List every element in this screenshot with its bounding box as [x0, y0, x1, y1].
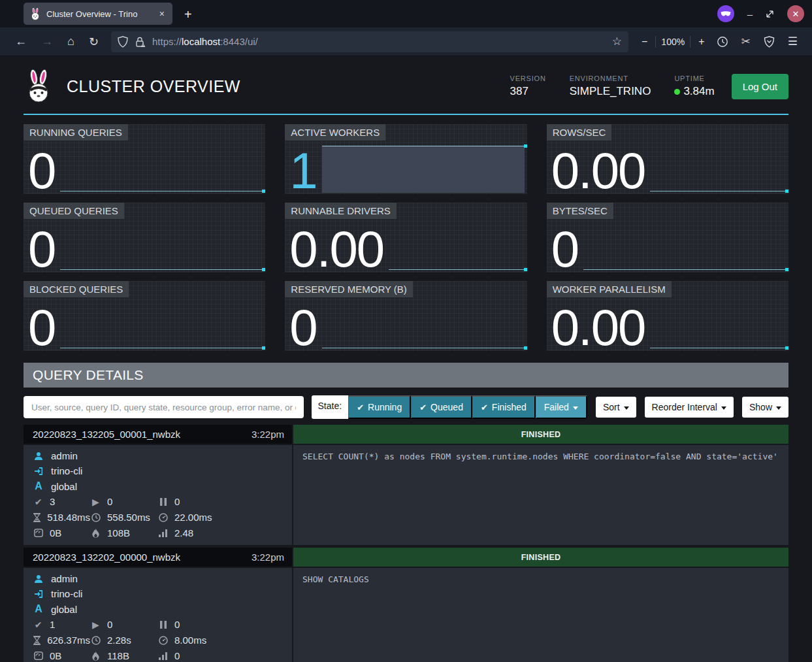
parallelism-chart-icon	[157, 652, 169, 660]
tab-close-icon[interactable]: ×	[157, 8, 167, 19]
query-search-input[interactable]	[24, 396, 304, 418]
screenshot-scissors-icon[interactable]: ✂	[735, 35, 757, 48]
url-text[interactable]: https://localhost:8443/ui/	[152, 36, 612, 47]
zoom-in-button[interactable]: +	[693, 36, 709, 48]
query-status-badge: FINISHED	[293, 548, 788, 567]
query-info-panel: admin trino-cli Aglobal ✔1 ▶0 0 626.37ms…	[24, 568, 292, 662]
source-signin-icon	[33, 589, 44, 599]
query-row: 20220823_132202_00000_nwbzk 3:22pm FINIS…	[24, 548, 788, 662]
lock-warning-icon[interactable]	[135, 36, 146, 48]
stat-card-label: RUNNABLE DRIVERS	[285, 203, 397, 219]
stat-card-worker-parallelism: WORKER PARALLELISM 0.00	[547, 281, 788, 351]
query-source: trino-cli	[51, 588, 82, 599]
query-filter-toolbar: State: ✔Running ✔Queued ✔Finished Failed…	[24, 395, 788, 419]
cpu-time-clock-icon	[90, 636, 101, 645]
completed-splits-check-icon: ✔	[33, 497, 44, 507]
chevron-down-icon	[721, 406, 726, 410]
cluster-header: CLUSTER OVERVIEW VERSION 387 ENVIRONMENT…	[24, 56, 788, 115]
query-time: 3:22pm	[252, 429, 284, 440]
back-icon[interactable]: ←	[8, 35, 34, 48]
forward-icon[interactable]: →	[34, 35, 60, 48]
chevron-down-icon	[776, 406, 781, 410]
logout-button[interactable]: Log Out	[732, 74, 788, 99]
query-status-badge: FINISHED	[293, 425, 788, 444]
query-row: 20220823_132205_00001_nwbzk 3:22pm FINIS…	[24, 425, 788, 545]
tab-title: Cluster Overview - Trino	[46, 9, 157, 19]
sparkline-chart	[322, 146, 527, 193]
browser-titlebar: Cluster Overview - Trino × + – ✕	[0, 0, 812, 27]
uptime-status-dot	[674, 89, 680, 95]
current-memory-scale-icon	[33, 529, 44, 537]
stat-card-runnable-drivers: RUNNABLE DRIVERS 0.00	[285, 203, 527, 273]
wall-time-hourglass-icon	[33, 513, 41, 522]
home-icon[interactable]: ⌂	[60, 35, 82, 48]
chevron-down-icon	[624, 406, 629, 410]
bookmark-star-icon[interactable]: ☆	[612, 35, 622, 48]
query-sql-text: SELECT COUNT(*) as nodes FROM system.run…	[293, 445, 788, 545]
query-user: admin	[51, 450, 78, 461]
browser-tab[interactable]: Cluster Overview - Trino ×	[24, 3, 172, 25]
source-signin-icon	[33, 467, 44, 476]
completed-splits-check-icon: ✔	[33, 620, 44, 630]
query-id-link[interactable]: 20220823_132202_00000_nwbzk	[33, 552, 252, 563]
query-id-link[interactable]: 20220823_132205_00001_nwbzk	[33, 429, 252, 440]
state-filter-running[interactable]: ✔Running	[348, 395, 411, 419]
state-filter-queued[interactable]: ✔Queued	[411, 395, 472, 419]
toolbar-divider	[655, 36, 656, 48]
check-icon: ✔	[357, 403, 364, 412]
page-title: CLUSTER OVERVIEW	[67, 77, 240, 96]
pocket-shield-icon[interactable]	[757, 36, 781, 48]
browser-toolbar: ← → ⌂ ↻ https://localhost:8443/ui/ ☆ − 1…	[0, 27, 812, 56]
parallelism-chart-icon	[157, 529, 169, 537]
state-filter-finished[interactable]: ✔Finished	[472, 395, 536, 419]
menu-hamburger-icon[interactable]: ☰	[781, 35, 804, 48]
stat-card-queued-queries: QUEUED QUERIES 0	[24, 203, 265, 273]
show-dropdown[interactable]: Show	[742, 397, 788, 418]
wall-time-hourglass-icon	[33, 636, 41, 645]
new-tab-button[interactable]: +	[184, 7, 192, 22]
stat-card-label: BYTES/SEC	[547, 203, 613, 219]
zoom-level[interactable]: 100%	[658, 37, 687, 47]
user-icon	[33, 574, 44, 584]
stat-card-value: 0	[28, 149, 55, 193]
stat-card-blocked-queries: BLOCKED QUERIES 0	[24, 281, 265, 351]
stat-cards: RUNNING QUERIES 0 ACTIVE WORKERS 1 ROWS/…	[24, 124, 788, 351]
state-filter-failed[interactable]: Failed	[536, 395, 587, 419]
history-clock-icon[interactable]	[710, 36, 735, 48]
stat-card-active-workers: ACTIVE WORKERS 1	[285, 124, 527, 194]
url-bar[interactable]: https://localhost:8443/ui/ ☆	[111, 31, 628, 52]
minimize-button[interactable]: –	[747, 8, 753, 20]
stat-card-value: 0	[28, 306, 55, 350]
reorder-interval-dropdown[interactable]: Reorder Interval	[645, 397, 734, 418]
query-source: trino-cli	[51, 465, 82, 476]
stat-card-label: QUEUED QUERIES	[24, 203, 124, 219]
version-value: 387	[510, 85, 546, 98]
maximize-button[interactable]	[766, 10, 774, 18]
check-icon: ✔	[419, 403, 427, 412]
environment-value: SIMPLE_TRINO	[570, 85, 651, 98]
sparkline-chart	[650, 303, 788, 350]
state-filter-group: State: ✔Running ✔Queued ✔Finished Failed	[312, 395, 587, 419]
running-splits-play-icon: ▶	[90, 497, 101, 507]
sort-dropdown[interactable]: Sort	[596, 397, 636, 418]
stat-card-value: 0.00	[289, 227, 383, 271]
execution-time-gauge-icon	[157, 513, 169, 522]
close-window-button[interactable]: ✕	[787, 5, 804, 22]
zoom-out-button[interactable]: −	[636, 36, 653, 48]
stat-card-label: RUNNING QUERIES	[24, 124, 128, 141]
reload-icon[interactable]: ↻	[82, 35, 106, 49]
stat-card-label: ROWS/SEC	[547, 124, 612, 141]
stat-card-label: RESERVED MEMORY (B)	[285, 281, 413, 297]
query-details-title: QUERY DETAILS	[24, 363, 788, 388]
trino-bunny-logo	[24, 69, 54, 103]
sparkline-chart	[650, 146, 788, 193]
shield-icon[interactable]	[118, 36, 128, 48]
environment-label: ENVIRONMENT	[570, 74, 651, 82]
resource-group-icon: A	[33, 480, 44, 492]
query-sql-text: SHOW CATALOGS	[293, 568, 788, 662]
stat-card-value: 0	[28, 227, 55, 271]
query-id-bar: 20220823_132202_00000_nwbzk 3:22pm	[24, 548, 292, 567]
toolbar-divider	[690, 36, 690, 48]
stat-card-label: WORKER PARALLELISM	[547, 281, 672, 297]
query-time: 3:22pm	[252, 552, 284, 563]
